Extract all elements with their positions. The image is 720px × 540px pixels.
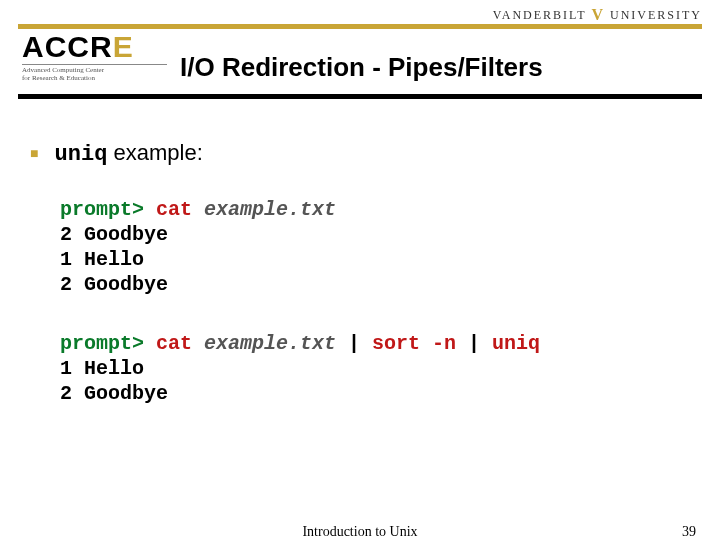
vanderbilt-text-right: UNIVERSITY	[610, 8, 702, 22]
vanderbilt-wordmark: VANDERBILT V UNIVERSITY	[493, 6, 702, 24]
arg-filename-2: example.txt	[204, 332, 336, 355]
footer-title: Introduction to Unix	[0, 524, 720, 540]
header-black-rule	[18, 94, 702, 99]
bullet-uniq-example: uniq example:	[30, 140, 690, 167]
code-block-pipe: prompt> cat example.txt | sort -n | uniq…	[60, 331, 690, 406]
output-cat: 2 Goodbye 1 Hello 2 Goodbye	[60, 223, 168, 296]
pipe-2: |	[456, 332, 492, 355]
pipe-1: |	[336, 332, 372, 355]
bullet-cmd: uniq	[55, 142, 108, 167]
code-block-cat: prompt> cat example.txt 2 Goodbye 1 Hell…	[60, 197, 690, 297]
bullet-rest: example:	[107, 140, 202, 165]
logo-sub-line2: for Research & Education	[22, 74, 95, 82]
header-gold-rule	[18, 24, 702, 29]
cmd-cat: cat	[144, 198, 204, 221]
slide-title: I/O Redirection - Pipes/Filters	[180, 52, 543, 83]
vanderbilt-v-icon: V	[591, 6, 605, 23]
cmd-sort: sort -n	[372, 332, 456, 355]
accre-logo: ACCRE Advanced Computing Center for Rese…	[22, 32, 167, 82]
slide-header: VANDERBILT V UNIVERSITY ACCRE Advanced C…	[0, 0, 720, 100]
prompt-text: prompt>	[60, 198, 144, 221]
accre-logo-text: ACCRE	[22, 32, 167, 62]
arg-filename: example.txt	[204, 198, 336, 221]
logo-e: E	[113, 30, 134, 63]
prompt-text-2: prompt>	[60, 332, 144, 355]
cmd-cat-2: cat	[144, 332, 204, 355]
accre-logo-subtitle: Advanced Computing Center for Research &…	[22, 64, 167, 82]
output-pipe: 1 Hello 2 Goodbye	[60, 357, 168, 405]
cmd-uniq: uniq	[492, 332, 540, 355]
vanderbilt-text-left: VANDERBILT	[493, 8, 587, 22]
slide-content: uniq example: prompt> cat example.txt 2 …	[30, 140, 690, 440]
logo-pre: ACCR	[22, 30, 113, 63]
footer-page-number: 39	[682, 524, 696, 540]
